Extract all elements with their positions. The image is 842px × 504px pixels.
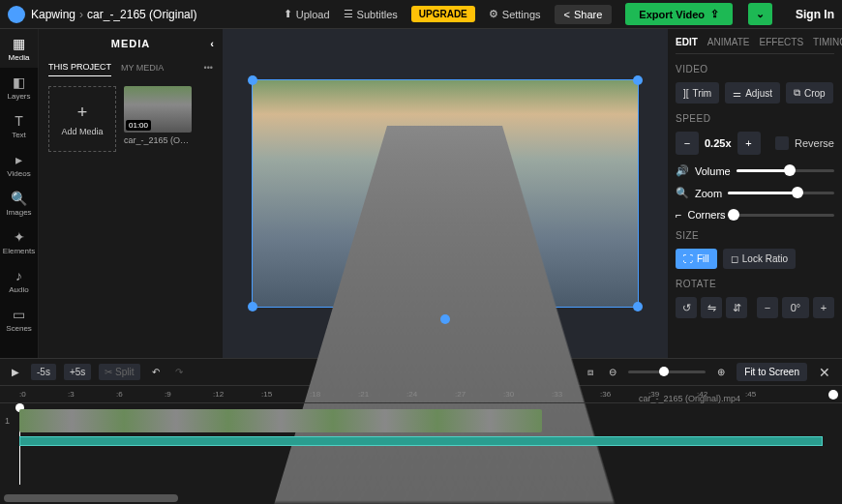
size-section-label: SIZE bbox=[676, 230, 834, 241]
upgrade-button[interactable]: UPGRADE bbox=[411, 6, 475, 22]
plus-icon: + bbox=[77, 103, 88, 123]
subtitles-button[interactable]: ☰Subtitles bbox=[344, 8, 398, 20]
flip-v-button[interactable]: ⇵ bbox=[726, 297, 747, 318]
trim-button[interactable]: ]͏[Trim bbox=[676, 82, 719, 104]
settings-button[interactable]: ⚙Settings bbox=[489, 8, 541, 20]
share-label: Share bbox=[574, 9, 602, 20]
track-1[interactable]: 1 car_-_2165 (Original).mp4 bbox=[19, 407, 842, 434]
lock-label: Lock Ratio bbox=[742, 253, 788, 264]
sidetab-label: Media bbox=[9, 53, 30, 62]
sidetab-images[interactable]: 🔍Images bbox=[0, 184, 38, 222]
signin-button[interactable]: Sign In bbox=[796, 8, 834, 21]
fill-button[interactable]: ⛶Fill bbox=[676, 249, 717, 269]
resize-handle-bl[interactable] bbox=[248, 302, 257, 311]
video-clip-strip[interactable] bbox=[19, 409, 542, 432]
tab-timing[interactable]: TIMING bbox=[813, 37, 842, 47]
fill-icon: ⛶ bbox=[683, 253, 693, 264]
timeline-tracks[interactable]: 1 car_-_2165 (Original).mp4 bbox=[0, 407, 842, 485]
gear-icon: ⚙ bbox=[489, 8, 498, 20]
sidetab-videos[interactable]: ▸Videos bbox=[0, 145, 38, 184]
adjust-button[interactable]: ⚌Adjust bbox=[725, 82, 780, 104]
undo-button[interactable]: ↶ bbox=[148, 365, 164, 379]
sidetab-text[interactable]: TText bbox=[0, 106, 38, 145]
upload-label: Upload bbox=[296, 9, 330, 20]
timeline-scrollbar[interactable] bbox=[4, 494, 178, 502]
sidetab-layers[interactable]: ◧Layers bbox=[0, 68, 38, 106]
export-dropdown[interactable]: ⌄ bbox=[748, 3, 772, 25]
media-header: MEDIA ‹ bbox=[39, 29, 223, 58]
speed-increase[interactable]: + bbox=[737, 132, 761, 155]
sidetab-label: Images bbox=[6, 208, 31, 217]
lock-ratio-button[interactable]: ◻Lock Ratio bbox=[723, 249, 796, 269]
sidetab-elements[interactable]: ✦Elements bbox=[0, 222, 38, 261]
tab-animate[interactable]: ANIMATE bbox=[707, 37, 750, 47]
sidetab-label: Videos bbox=[7, 169, 30, 178]
rotate-handle[interactable] bbox=[440, 314, 450, 324]
reverse-checkbox[interactable] bbox=[775, 136, 789, 150]
close-timeline-button[interactable]: ✕ bbox=[815, 363, 834, 382]
zoom-icon: 🔍 bbox=[676, 187, 689, 199]
zoom-out-button[interactable]: ⊖ bbox=[605, 365, 620, 379]
flip-h-button[interactable]: ⇋ bbox=[701, 297, 722, 318]
top-bar: Kapwing › car_-_2165 (Original) ⬆Upload … bbox=[0, 0, 842, 29]
zoom-in-button[interactable]: ⊕ bbox=[713, 365, 729, 379]
volume-icon: 🔊 bbox=[676, 164, 689, 177]
track-number: 1 bbox=[5, 416, 10, 426]
more-icon[interactable]: ••• bbox=[204, 63, 213, 73]
media-clip[interactable]: 01:00 car_-_2165 (Ori... bbox=[124, 86, 192, 152]
export-label: Export Video bbox=[639, 9, 705, 20]
scenes-icon: ▭ bbox=[13, 307, 25, 322]
fit-screen-button[interactable]: Fit to Screen bbox=[737, 363, 807, 381]
ruler-end-handle[interactable] bbox=[828, 390, 838, 400]
tab-effects[interactable]: EFFECTS bbox=[760, 37, 804, 47]
play-button[interactable]: ▶ bbox=[8, 365, 23, 379]
plus-button[interactable]: + bbox=[813, 297, 834, 318]
app-name[interactable]: Kapwing bbox=[31, 8, 75, 21]
redo-button[interactable]: ↷ bbox=[171, 365, 187, 379]
crop-button[interactable]: ⧉Crop bbox=[786, 82, 833, 104]
back-5s-button[interactable]: -5s bbox=[31, 364, 56, 380]
tab-edit[interactable]: EDIT bbox=[676, 37, 698, 47]
resize-handle-br[interactable] bbox=[633, 302, 643, 311]
app-logo[interactable] bbox=[8, 6, 25, 23]
volume-label: Volume bbox=[695, 165, 731, 177]
corners-slider[interactable] bbox=[732, 214, 834, 217]
canvas[interactable] bbox=[223, 29, 668, 358]
media-title: MEDIA bbox=[111, 38, 150, 49]
video-frame[interactable] bbox=[252, 79, 639, 308]
zoom-slider[interactable] bbox=[728, 192, 834, 194]
share-button[interactable]: <Share bbox=[555, 5, 613, 24]
resize-handle-tr[interactable] bbox=[633, 75, 643, 85]
sidetab-audio[interactable]: ♪Audio bbox=[0, 261, 38, 300]
speed-section-label: SPEED bbox=[676, 113, 834, 124]
fwd-5s-button[interactable]: +5s bbox=[64, 364, 91, 380]
tab-my-media[interactable]: MY MEDIA bbox=[121, 59, 164, 76]
split-button[interactable]: ✂ Split bbox=[99, 364, 139, 380]
speed-decrease[interactable]: − bbox=[676, 132, 699, 155]
crop-icon: ⧉ bbox=[794, 87, 800, 99]
speed-value: 0.25x bbox=[705, 137, 732, 149]
tab-this-project[interactable]: THIS PROJECT bbox=[48, 58, 111, 76]
sidetab-label: Scenes bbox=[6, 324, 32, 333]
resize-handle-tl[interactable] bbox=[248, 75, 257, 85]
timeline-zoom-slider[interactable] bbox=[628, 371, 706, 373]
upload-button[interactable]: ⬆Upload bbox=[284, 8, 330, 20]
sidetab-label: Layers bbox=[7, 92, 30, 101]
sidetab-scenes[interactable]: ▭Scenes bbox=[0, 300, 38, 339]
adjust-label: Adjust bbox=[745, 88, 772, 99]
video-section-label: VIDEO bbox=[676, 64, 834, 74]
sidetab-media[interactable]: ▦Media bbox=[0, 29, 38, 68]
subtitles-icon: ☰ bbox=[344, 8, 353, 20]
audio-clip-strip[interactable] bbox=[19, 436, 823, 446]
rotate-left-button[interactable]: ↺ bbox=[676, 297, 697, 318]
add-media-button[interactable]: + Add Media bbox=[48, 86, 116, 152]
file-name[interactable]: car_-_2165 (Original) bbox=[87, 8, 196, 21]
collapse-icon[interactable]: ‹ bbox=[210, 38, 215, 49]
angle-value[interactable]: 0° bbox=[782, 297, 809, 318]
ruler-tick: :33 bbox=[552, 390, 600, 399]
magnet-button[interactable]: ⧈ bbox=[584, 365, 597, 380]
media-icon: ▦ bbox=[13, 36, 25, 51]
minus-button[interactable]: − bbox=[757, 297, 778, 318]
volume-slider[interactable] bbox=[737, 169, 834, 172]
export-button[interactable]: Export Video⇪ bbox=[625, 3, 733, 25]
